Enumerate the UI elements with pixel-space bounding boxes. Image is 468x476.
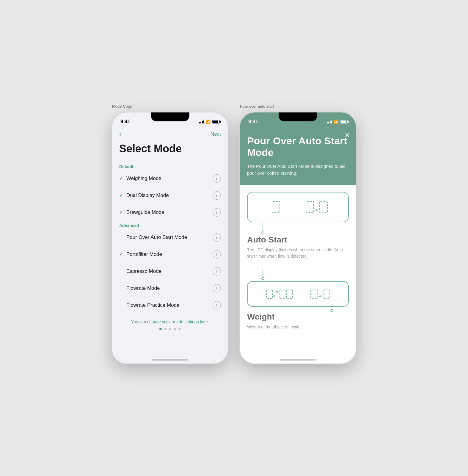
connector-between <box>247 269 349 280</box>
modal-header: ✕ Pour Over Auto Start Mode The Pour Ove… <box>240 127 356 185</box>
list-item[interactable]: Flowrate Practice Mode i <box>119 297 221 314</box>
mode-label-dual: Dual Display Mode <box>126 192 213 198</box>
seg-digit-r1 <box>306 201 314 213</box>
close-button[interactable]: ✕ <box>345 131 350 139</box>
mode-label-flowrate-practice: Flowrate Practice Mode <box>126 302 213 308</box>
signal-bar-3 <box>202 121 203 123</box>
signal-icon-1 <box>199 120 204 123</box>
weight-desc: Weight of the object on scale. <box>247 324 349 330</box>
notch2 <box>279 112 317 121</box>
default-modes-list: ✓ Weighing Mode i ✓ Dual Display Mode i … <box>119 170 221 221</box>
phone2: 9:41 📶 ✕ Pour Over Auto Start Mode The P… <box>240 112 356 364</box>
check-icon-portafilter: ✓ <box>119 251 126 257</box>
timer-colon-dot1 <box>274 295 275 297</box>
phone1: 9:41 📶 ‹ Next Selec <box>112 112 228 364</box>
back-button[interactable]: ‹ <box>119 130 121 138</box>
seg-weight-1 <box>310 289 318 299</box>
weight-connector-dot <box>330 309 333 312</box>
screen2-label: Pour over auto start <box>240 104 274 109</box>
weight-dot-sep <box>319 295 321 297</box>
home-indicator-2 <box>280 359 316 361</box>
battery-icon-1 <box>212 120 220 123</box>
connector-top <box>247 223 349 234</box>
weight-label: Weight <box>247 312 349 322</box>
modal-body: Auto Start The LED display flashes when … <box>240 185 356 342</box>
wifi-icon-1: 📶 <box>206 120 211 124</box>
battery-fill-2 <box>341 120 346 123</box>
weight-connector-area <box>247 309 349 312</box>
autostart-diagram-section: Auto Start The LED display flashes when … <box>247 192 349 259</box>
mode-label-pourover: Pour Over Auto Start Mode <box>126 234 213 240</box>
signal-bar-4 <box>203 120 204 123</box>
dot-1 <box>159 328 162 330</box>
signal-bar-w2 <box>328 122 329 123</box>
autostart-right-display <box>306 201 328 213</box>
phone1-content: ‹ Next Select Mode Default ✓ Weighing Mo… <box>112 127 228 364</box>
status-time-2: 9:41 <box>248 119 258 125</box>
list-item[interactable]: Espresso Mode i <box>119 263 221 280</box>
dot-3 <box>169 328 171 330</box>
section-header-default: Default <box>119 162 221 170</box>
status-time-1: 9:41 <box>120 119 130 125</box>
list-item[interactable]: ✓ Brewguide Mode i <box>119 204 221 221</box>
dot-5 <box>178 328 181 330</box>
check-icon-dual: ✓ <box>119 192 126 198</box>
dot-separator <box>316 209 318 211</box>
battery-icon-2 <box>340 120 348 123</box>
page-title-1: Select Mode <box>119 143 221 155</box>
signal-bar-w3 <box>330 121 331 123</box>
modal-subtitle: The Pour Over Auto Start Mode is designe… <box>247 163 349 176</box>
signal-bar-2 <box>200 122 201 123</box>
info-button-espresso[interactable]: i <box>213 267 221 275</box>
weight-diagram-section: Weight Weight of the object on scale. <box>247 281 349 330</box>
mode-label-brewguide: Brewguide Mode <box>126 209 213 215</box>
dot-4 <box>174 328 176 330</box>
section-header-advanced: Advanced <box>119 221 221 229</box>
info-button-portafilter[interactable]: i <box>213 250 221 259</box>
autostart-label: Auto Start <box>247 235 349 245</box>
dot-2 <box>164 328 167 330</box>
info-button-flowrate[interactable]: i <box>213 284 221 292</box>
info-button-brewguide[interactable]: i <box>213 208 221 217</box>
seg-timer-3 <box>286 289 293 299</box>
info-button-pourover[interactable]: i <box>213 233 221 242</box>
notch1 <box>151 112 189 121</box>
signal-bar-w1 <box>327 122 328 123</box>
mode-label-flowrate: Flowrate Mode <box>126 285 213 291</box>
nav-bar-1: ‹ Next <box>119 127 221 143</box>
advanced-modes-list: Pour Over Auto Start Mode i ✓ Portafilte… <box>119 229 221 314</box>
status-icons-1: 📶 <box>199 120 220 124</box>
connector-line-between <box>263 269 263 277</box>
info-button-weighing[interactable]: i <box>213 174 221 183</box>
weight-left-display <box>266 289 293 299</box>
connector-line-top <box>263 223 263 232</box>
info-button-flowrate-practice[interactable]: i <box>213 301 221 309</box>
list-item[interactable]: Flowrate Mode i <box>119 280 221 297</box>
mode-label-portafilter: Portafilter Mode <box>126 251 213 257</box>
wifi-icon-2: 📶 <box>334 120 338 124</box>
seg-digit-r2 <box>319 201 328 213</box>
list-item[interactable]: Pour Over Auto Start Mode i <box>119 229 221 246</box>
seg-timer-1 <box>266 289 273 299</box>
autostart-scale-display <box>247 192 349 222</box>
screen2-wrapper: Pour over auto start 9:41 📶 ✕ Pou <box>240 112 356 364</box>
connector-dot-top <box>261 231 264 234</box>
weight-right-display <box>310 289 330 299</box>
signal-bar-1 <box>199 122 200 123</box>
modal-title: Pour Over Auto Start Mode <box>247 135 349 158</box>
next-button[interactable]: Next <box>211 131 221 137</box>
weight-connector <box>330 309 333 312</box>
list-item[interactable]: ✓ Weighing Mode i <box>119 170 221 187</box>
mode-label-weighing: Weighing Mode <box>126 176 213 181</box>
check-icon-brewguide: ✓ <box>119 209 126 215</box>
check-icon-weighing: ✓ <box>119 176 126 181</box>
signal-icon-2 <box>327 120 332 123</box>
info-button-dual[interactable]: i <box>213 191 221 200</box>
list-item[interactable]: ✓ Dual Display Mode i <box>119 187 221 204</box>
list-item[interactable]: ✓ Portafilter Mode i <box>119 246 221 263</box>
screen1-wrapper: Mode Copy 9:41 📶 ‹ <box>112 112 228 364</box>
signal-bar-w4 <box>331 120 332 123</box>
battery-fill-1 <box>213 120 218 123</box>
seg-weight-2 <box>323 289 330 299</box>
autostart-diagram-area <box>247 192 349 235</box>
